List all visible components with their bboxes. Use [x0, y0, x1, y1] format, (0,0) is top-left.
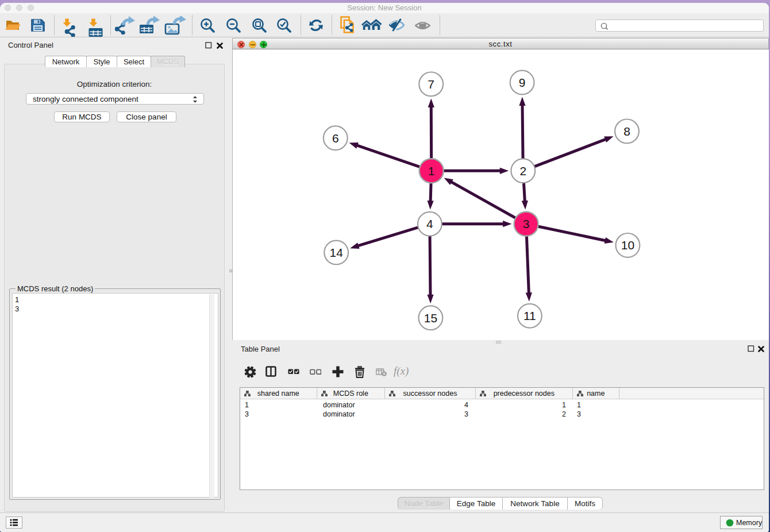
svg-text:7: 7 [428, 78, 434, 91]
svg-text:3: 3 [523, 217, 530, 230]
svg-text:9: 9 [519, 76, 526, 89]
svg-text:15: 15 [424, 311, 437, 325]
svg-text:4: 4 [426, 217, 433, 230]
svg-text:1: 1 [428, 164, 435, 178]
svg-text:2: 2 [519, 164, 526, 178]
svg-text:14: 14 [330, 246, 344, 259]
svg-text:10: 10 [621, 238, 634, 252]
svg-text:6: 6 [332, 132, 339, 145]
svg-text:11: 11 [523, 309, 536, 322]
svg-text:8: 8 [623, 125, 630, 138]
